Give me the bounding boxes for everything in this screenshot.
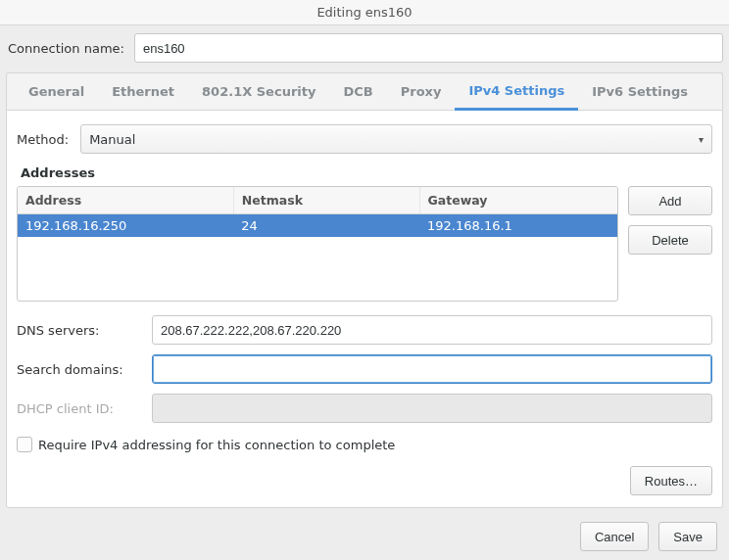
connection-name-label: Connection name: [6, 41, 124, 56]
dns-servers-label: DNS servers: [17, 323, 142, 338]
col-header-gateway[interactable]: Gateway [419, 187, 617, 214]
search-domains-label: Search domains: [17, 362, 142, 377]
cell-netmask[interactable]: 24 [233, 214, 419, 238]
window-title: Editing ens160 [0, 0, 729, 25]
require-ipv4-checkbox[interactable] [17, 437, 32, 452]
tab-proxy[interactable]: Proxy [387, 73, 456, 110]
method-select[interactable]: Manual ▾ [80, 124, 712, 154]
add-button[interactable]: Add [628, 186, 712, 215]
method-select-value: Manual [89, 132, 135, 147]
addresses-table[interactable]: Address Netmask Gateway 192.168.16.250 2… [17, 186, 618, 302]
routes-button[interactable]: Routes… [630, 466, 712, 495]
connection-name-input[interactable] [134, 33, 723, 63]
tab-ipv4-settings[interactable]: IPv4 Settings [455, 73, 578, 111]
dhcp-client-id-label: DHCP client ID: [17, 401, 142, 416]
cell-address[interactable]: 192.168.16.250 [18, 214, 233, 238]
ipv4-settings-panel: Method: Manual ▾ Addresses Address Netma… [6, 110, 723, 508]
require-ipv4-label: Require IPv4 addressing for this connect… [38, 438, 395, 452]
tab-ipv6-settings[interactable]: IPv6 Settings [578, 73, 702, 110]
col-header-address[interactable]: Address [18, 187, 233, 214]
method-label: Method: [17, 132, 69, 147]
chevron-down-icon: ▾ [699, 134, 704, 145]
save-button[interactable]: Save [658, 522, 717, 551]
addresses-section-label: Addresses [21, 165, 712, 180]
dns-servers-input[interactable] [152, 315, 712, 345]
dhcp-client-id-input [152, 394, 712, 423]
table-row[interactable]: 192.168.16.250 24 192.168.16.1 [18, 214, 617, 238]
tab-dcb[interactable]: DCB [329, 73, 386, 110]
cancel-button[interactable]: Cancel [580, 522, 649, 551]
delete-button[interactable]: Delete [628, 225, 712, 255]
tab-bar: General Ethernet 802.1X Security DCB Pro… [6, 72, 723, 110]
cell-gateway[interactable]: 192.168.16.1 [419, 214, 617, 238]
col-header-netmask[interactable]: Netmask [233, 187, 419, 214]
tab-ethernet[interactable]: Ethernet [98, 73, 188, 110]
search-domains-input[interactable] [152, 354, 712, 384]
tab-8021x-security[interactable]: 802.1X Security [188, 73, 329, 110]
tab-general[interactable]: General [15, 73, 98, 110]
